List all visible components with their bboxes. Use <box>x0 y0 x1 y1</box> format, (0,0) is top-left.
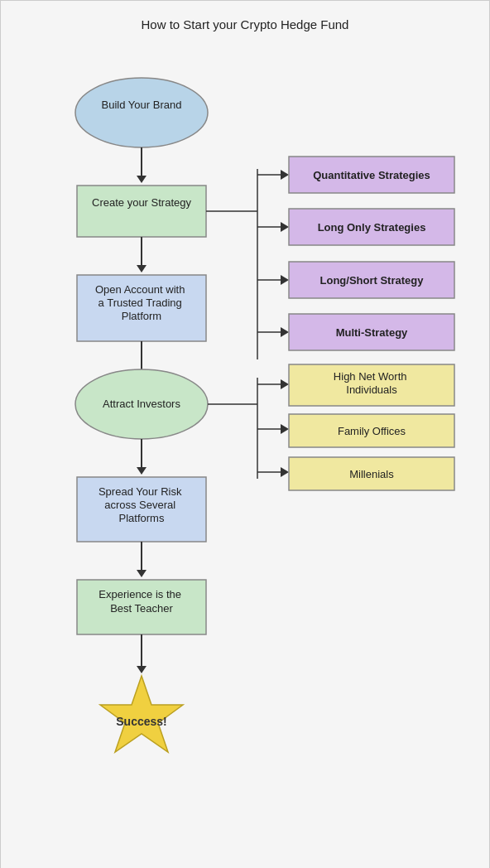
family-label: Family Offices <box>338 425 406 437</box>
long-only-label: Long Only Strategies <box>318 221 426 234</box>
flow-diagram: Build Your Brand Create your Strategy Op… <box>9 46 483 858</box>
arrowhead-family <box>281 424 289 434</box>
quant-label: Quantitative Strategies <box>313 169 430 181</box>
success-label: Success! <box>116 715 166 728</box>
arrowhead-experience-star <box>137 666 147 673</box>
build-brand-node <box>75 78 208 147</box>
arrowhead-long-only <box>281 222 289 232</box>
strategy-node <box>77 186 206 237</box>
success-star <box>100 676 183 752</box>
diagram-title: How to Start your Crypto Hedge Fund <box>9 17 481 31</box>
investors-label: Attract Investors <box>103 398 180 410</box>
arrowhead-brand-strategy <box>137 176 147 183</box>
long-short-label: Long/Short Strategy <box>320 274 425 287</box>
millenials-label: Millenials <box>349 468 394 480</box>
arrowhead-investors-spread <box>137 467 147 475</box>
build-brand-label: Build Your Brand <box>102 99 182 111</box>
diagram-container: How to Start your Crypto Hedge Fund Buil… <box>0 0 490 868</box>
multi-label: Multi-Strategy <box>336 326 408 339</box>
arrowhead-millenials <box>281 467 289 477</box>
arrowhead-strategy-account <box>137 265 147 272</box>
arrowhead-multi <box>281 327 289 337</box>
arrowhead-quant <box>281 170 289 180</box>
arrowhead-spread-experience <box>137 570 147 577</box>
strategy-label: Create your Strategy <box>92 196 191 209</box>
arrowhead-long-short <box>281 275 289 285</box>
arrowhead-hnwi <box>281 379 289 389</box>
